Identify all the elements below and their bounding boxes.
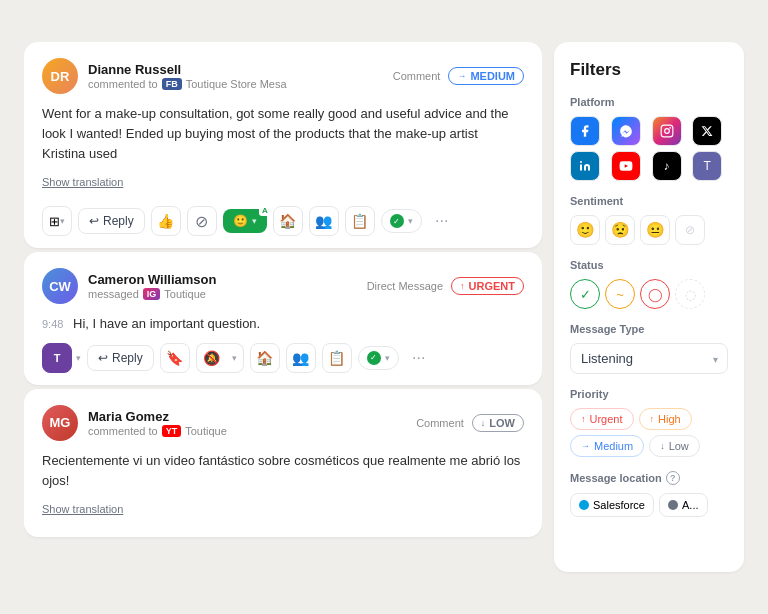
youtube-icon[interactable]: [611, 151, 641, 181]
location-row: Salesforce A...: [570, 493, 728, 517]
tiktok-icon[interactable]: ♪: [652, 151, 682, 181]
message-body-2: 9:48 Hi, I have an important question.: [42, 314, 524, 334]
action-text-3: commented to: [88, 425, 158, 437]
bookmark-btn-2[interactable]: 🔖: [160, 343, 190, 373]
type-badge-3: Comment ↓ LOW: [416, 414, 524, 432]
assign-btn-1[interactable]: 🏠: [273, 206, 303, 236]
store-name-1: Toutique Store Mesa: [186, 78, 287, 90]
twitter-icon[interactable]: [692, 116, 722, 146]
sentiment-filter-label: Sentiment: [570, 195, 728, 207]
team-btn-2[interactable]: 👥: [286, 343, 316, 373]
positive-sentiment[interactable]: 🙂: [570, 215, 600, 245]
user-meta-3: commented to YT Toutique: [88, 425, 227, 437]
avatar-maria: MG: [42, 405, 78, 441]
message-type-select[interactable]: Listening: [570, 343, 728, 374]
platform-grid: ♪ T: [570, 116, 728, 181]
copy-btn-2[interactable]: 📋: [322, 343, 352, 373]
other-status[interactable]: ◌: [675, 279, 705, 309]
show-translation-1[interactable]: Show translation: [42, 176, 123, 188]
message-card-1: DR Dianne Russell commented to FB Toutiq…: [24, 42, 542, 248]
type-badge-2: Direct Message ↑ URGENT: [367, 277, 524, 295]
type-label-3: Comment: [416, 417, 464, 429]
like-btn-1[interactable]: 👍: [151, 206, 181, 236]
resolved-status[interactable]: ✓: [570, 279, 600, 309]
store-name-2: Toutique: [164, 288, 206, 300]
instagram-icon[interactable]: [652, 116, 682, 146]
user-details-3: Maria Gomez commented to YT Toutique: [88, 409, 227, 437]
message-type-label: Message type: [570, 323, 728, 335]
user-name-1: Dianne Russell: [88, 62, 287, 77]
user-details-2: Cameron Williamson messaged IG Toutique: [88, 272, 216, 300]
more-btn-1[interactable]: ···: [428, 207, 456, 235]
reply-btn-1[interactable]: ↩ Reply: [78, 208, 145, 234]
pending-status[interactable]: ~: [605, 279, 635, 309]
priority-high-btn[interactable]: ↑ High: [639, 408, 692, 430]
copy-btn-1[interactable]: 📋: [345, 206, 375, 236]
neutral-sentiment[interactable]: 😐: [640, 215, 670, 245]
type-label-1: Comment: [393, 70, 441, 82]
sentiment-filter: Sentiment 🙂 😟 😐 ⊘: [570, 195, 728, 245]
adm-icon: [668, 500, 678, 510]
priority-medium-btn[interactable]: → Medium: [570, 435, 644, 457]
status-row: ✓ ~ ◯ ◌: [570, 279, 728, 309]
open-status[interactable]: ◯: [640, 279, 670, 309]
timestamp-2: 9:48: [42, 318, 63, 330]
message-header-2: CW Cameron Williamson messaged IG Toutiq…: [42, 268, 524, 304]
status-btn-1[interactable]: ✓ ▾: [381, 209, 422, 233]
facebook-icon[interactable]: [570, 116, 600, 146]
assign-btn-2[interactable]: 🏠: [250, 343, 280, 373]
reply-btn-2[interactable]: ↩ Reply: [87, 345, 154, 371]
priority-row: ↑ Urgent ↑ High → Medium ↓ Low: [570, 408, 728, 457]
svg-point-2: [669, 127, 671, 129]
user-info-2: CW Cameron Williamson messaged IG Toutiq…: [42, 268, 216, 304]
filters-title: Filters: [570, 60, 728, 80]
status-filter-label: Status: [570, 259, 728, 271]
type-badge-1: Comment → MEDIUM: [393, 67, 524, 85]
platform-menu-btn-1[interactable]: ⊞ ▾: [42, 206, 72, 236]
linkedin-icon[interactable]: [570, 151, 600, 181]
medium-icon: →: [581, 441, 590, 451]
platform-badge-3: YT: [162, 425, 182, 437]
priority-filter: Priority ↑ Urgent ↑ High → Medium ↓ Low: [570, 388, 728, 457]
status-btn-2[interactable]: ✓ ▾: [358, 346, 399, 370]
message-card-3: MG Maria Gomez commented to YT Toutique …: [24, 389, 542, 537]
reply-icon-2: ↩: [98, 351, 108, 365]
platform-badge-1: FB: [162, 78, 182, 90]
message-header-3: MG Maria Gomez commented to YT Toutique …: [42, 405, 524, 441]
show-translation-3[interactable]: Show translation: [42, 503, 123, 515]
platform-badge-2: IG: [143, 288, 161, 300]
priority-urgent-btn[interactable]: ↑ Urgent: [570, 408, 634, 430]
ignore-btn-1[interactable]: ⊘: [187, 206, 217, 236]
status-dot-1: ✓: [390, 214, 404, 228]
ai-btn-1[interactable]: 🙂 ▾ A: [223, 209, 267, 233]
team-btn-1[interactable]: 👥: [309, 206, 339, 236]
mute-chevron-2[interactable]: ▾: [226, 343, 244, 373]
priority-badge-2: ↑ URGENT: [451, 277, 524, 295]
messages-panel: DR Dianne Russell commented to FB Toutiq…: [24, 42, 542, 572]
emoji-icon-1: 🙂: [233, 214, 248, 228]
user-name-2: Cameron Williamson: [88, 272, 216, 287]
message-actions-1: ⊞ ▾ ↩ Reply 👍 ⊘ 🙂 ▾ A 🏠 👥 📋: [42, 206, 524, 236]
message-location-label-row: Message location ?: [570, 471, 728, 485]
messenger-icon[interactable]: [611, 116, 641, 146]
info-icon[interactable]: ?: [666, 471, 680, 485]
status-filter: Status ✓ ~ ◯ ◌: [570, 259, 728, 309]
mute-btn-2[interactable]: 🔕: [196, 343, 226, 373]
teams-icon[interactable]: T: [692, 151, 722, 181]
message-type-filter: Message type Listening: [570, 323, 728, 374]
message-actions-2: T ▾ ↩ Reply 🔖 🔕 ▾ 🏠 👥 📋 ✓ ▾ ···: [42, 343, 524, 373]
more-btn-2[interactable]: ···: [405, 344, 433, 372]
reply-icon-1: ↩: [89, 214, 99, 228]
salesforce-btn[interactable]: Salesforce: [570, 493, 654, 517]
negative-sentiment[interactable]: 😟: [605, 215, 635, 245]
priority-badge-3: ↓ LOW: [472, 414, 524, 432]
platform-menu-btn-2[interactable]: T: [42, 343, 72, 373]
action-text-1: commented to: [88, 78, 158, 90]
svg-rect-0: [661, 125, 673, 137]
priority-low-btn[interactable]: ↓ Low: [649, 435, 700, 457]
urgent-icon: ↑: [581, 414, 586, 424]
user-name-3: Maria Gomez: [88, 409, 227, 424]
admin-btn[interactable]: A...: [659, 493, 708, 517]
no-sentiment[interactable]: ⊘: [675, 215, 705, 245]
user-details-1: Dianne Russell commented to FB Toutique …: [88, 62, 287, 90]
